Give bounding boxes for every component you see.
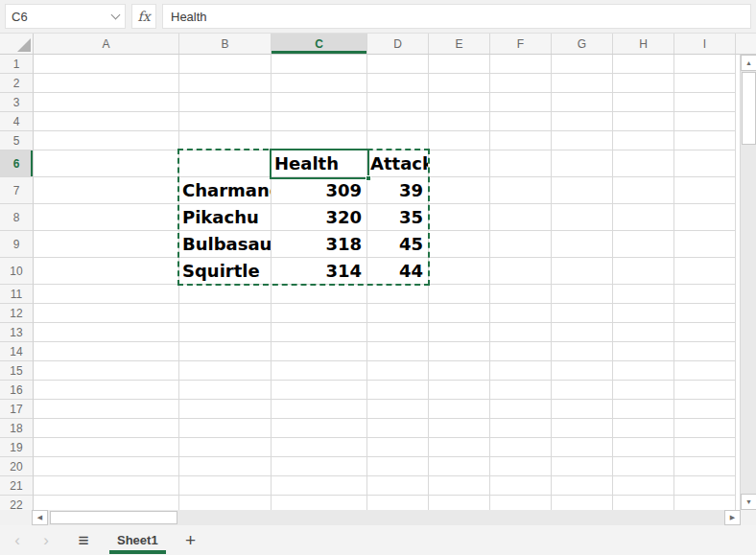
cell-D10[interactable]: 44	[367, 258, 429, 285]
cell-F18[interactable]	[490, 419, 552, 438]
cell-I18[interactable]	[674, 419, 736, 438]
cell-E11[interactable]	[429, 285, 490, 304]
cell-E1[interactable]	[429, 55, 490, 74]
cell-G7[interactable]	[552, 177, 613, 204]
cell-D8[interactable]: 35	[367, 204, 429, 231]
cell-G15[interactable]	[552, 361, 613, 381]
cell-H20[interactable]	[613, 457, 674, 476]
cell-B20[interactable]	[179, 457, 272, 476]
row-header-20[interactable]: 20	[0, 457, 34, 476]
cell-G6[interactable]	[552, 150, 613, 177]
row-header-8[interactable]: 8	[0, 204, 34, 231]
cell-F11[interactable]	[490, 285, 552, 304]
cell-A19[interactable]	[34, 438, 179, 457]
cell-E20[interactable]	[429, 457, 490, 476]
row-header-15[interactable]: 15	[0, 361, 34, 381]
cell-B11[interactable]	[179, 285, 272, 304]
scroll-down-button[interactable]: ▼	[741, 494, 756, 510]
cell-G14[interactable]	[552, 342, 613, 361]
cell-I14[interactable]	[674, 342, 736, 361]
cell-E7[interactable]	[429, 177, 490, 204]
cell-B3[interactable]	[179, 93, 272, 112]
cell-E8[interactable]	[429, 204, 490, 231]
cell-E4[interactable]	[429, 112, 490, 131]
column-header-C[interactable]: C	[272, 34, 367, 54]
cell-A1[interactable]	[34, 55, 179, 74]
cell-G9[interactable]	[552, 231, 613, 258]
row-header-1[interactable]: 1	[0, 55, 34, 74]
row-header-11[interactable]: 11	[0, 285, 34, 304]
cell-F7[interactable]	[490, 177, 552, 204]
cell-D13[interactable]	[367, 323, 429, 342]
row-header-14[interactable]: 14	[0, 342, 34, 361]
cell-G20[interactable]	[552, 457, 613, 476]
row-header-2[interactable]: 2	[0, 74, 34, 93]
cell-H4[interactable]	[613, 112, 674, 131]
cell-H16[interactable]	[613, 381, 674, 400]
column-header-B[interactable]: B	[179, 34, 272, 54]
cell-E6[interactable]	[429, 150, 490, 177]
cell-C17[interactable]	[272, 400, 367, 419]
cell-B12[interactable]	[179, 304, 272, 323]
cell-A15[interactable]	[34, 361, 179, 381]
cell-I10[interactable]	[674, 258, 736, 285]
cell-G16[interactable]	[552, 381, 613, 400]
cell-I1[interactable]	[674, 55, 736, 74]
cell-B14[interactable]	[179, 342, 272, 361]
cell-H10[interactable]	[613, 258, 674, 285]
column-header-D[interactable]: D	[367, 34, 429, 54]
cell-G17[interactable]	[552, 400, 613, 419]
cell-G1[interactable]	[552, 55, 613, 74]
cell-C3[interactable]	[272, 93, 367, 112]
add-sheet-button[interactable]: +	[179, 529, 202, 552]
cell-B5[interactable]	[179, 131, 272, 150]
row-header-16[interactable]: 16	[0, 381, 34, 400]
cell-H1[interactable]	[613, 55, 674, 74]
next-sheet-button[interactable]: ›	[35, 529, 58, 552]
cell-F14[interactable]	[490, 342, 552, 361]
cell-B21[interactable]	[179, 476, 272, 496]
cell-C15[interactable]	[272, 361, 367, 381]
cell-F21[interactable]	[490, 476, 552, 496]
cell-C14[interactable]	[272, 342, 367, 361]
cell-H18[interactable]	[613, 419, 674, 438]
cell-B4[interactable]	[179, 112, 272, 131]
cell-E16[interactable]	[429, 381, 490, 400]
cell-C22[interactable]	[272, 496, 367, 510]
cell-F20[interactable]	[490, 457, 552, 476]
cell-F2[interactable]	[490, 74, 552, 93]
cell-H14[interactable]	[613, 342, 674, 361]
cell-A14[interactable]	[34, 342, 179, 361]
cell-E13[interactable]	[429, 323, 490, 342]
cell-A18[interactable]	[34, 419, 179, 438]
cell-F5[interactable]	[490, 131, 552, 150]
cell-A7[interactable]	[34, 177, 179, 204]
cell-B16[interactable]	[179, 381, 272, 400]
cell-F4[interactable]	[490, 112, 552, 131]
insert-function-button[interactable]: fx	[131, 4, 156, 29]
cell-C20[interactable]	[272, 457, 367, 476]
cell-C11[interactable]	[272, 285, 367, 304]
cell-F19[interactable]	[490, 438, 552, 457]
cell-A4[interactable]	[34, 112, 179, 131]
cell-B7[interactable]: Charmander	[179, 177, 272, 204]
cell-G18[interactable]	[552, 419, 613, 438]
cell-G5[interactable]	[552, 131, 613, 150]
cell-A22[interactable]	[34, 496, 179, 510]
cell-B22[interactable]	[179, 496, 272, 510]
cell-E14[interactable]	[429, 342, 490, 361]
row-header-13[interactable]: 13	[0, 323, 34, 342]
column-header-H[interactable]: H	[613, 34, 674, 54]
cell-D7[interactable]: 39	[367, 177, 429, 204]
chevron-down-icon[interactable]	[111, 10, 121, 19]
cell-E18[interactable]	[429, 419, 490, 438]
cell-C10[interactable]: 314	[272, 258, 367, 285]
cell-F3[interactable]	[490, 93, 552, 112]
cell-A11[interactable]	[34, 285, 179, 304]
cell-C18[interactable]	[272, 419, 367, 438]
cell-B18[interactable]	[179, 419, 272, 438]
cell-I15[interactable]	[674, 361, 736, 381]
cell-I2[interactable]	[674, 74, 736, 93]
cell-D19[interactable]	[367, 438, 429, 457]
row-header-3[interactable]: 3	[0, 93, 34, 112]
